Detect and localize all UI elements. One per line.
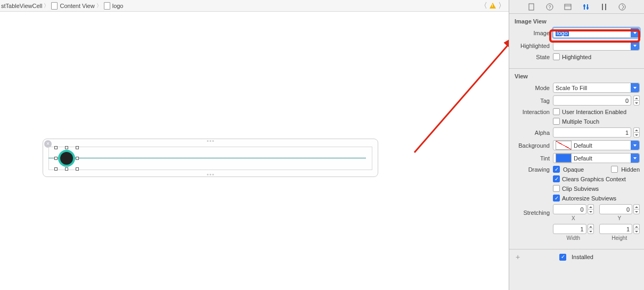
image-combobox[interactable]: logo <box>553 28 640 38</box>
stretch-width-sublabel: Width <box>566 235 580 241</box>
selected-image-view[interactable] <box>56 148 77 169</box>
inspector-panel: ? Image View Image logo Highlighted <box>509 0 644 290</box>
mode-combobox[interactable]: Scale To Fill <box>553 83 640 93</box>
stretching-label: Stretching <box>513 210 553 216</box>
resize-handle[interactable] <box>76 167 79 171</box>
opaque-label: Opaque <box>563 166 584 173</box>
forward-button[interactable]: 〉 <box>498 1 506 11</box>
resize-handle[interactable] <box>76 146 79 149</box>
stretch-y-sublabel: Y <box>617 215 621 221</box>
state-label: State <box>513 54 553 60</box>
chevron-down-icon[interactable] <box>631 41 639 50</box>
section-title: Image View <box>513 16 640 28</box>
installed-label: Installed <box>572 254 593 260</box>
svg-point-12 <box>619 4 625 10</box>
installed-checkbox[interactable] <box>559 254 566 261</box>
content-view-icon <box>51 2 58 10</box>
stretch-height-field[interactable]: 1 <box>599 224 633 234</box>
stretch-height-sublabel: Height <box>612 235 627 241</box>
content-view[interactable] <box>48 147 372 170</box>
warning-icon[interactable] <box>490 3 496 9</box>
stretch-y-field[interactable]: 0 <box>599 204 633 214</box>
state-highlighted-checkbox[interactable] <box>553 53 560 60</box>
resize-handle[interactable] <box>54 167 58 171</box>
user-interaction-label: User Interaction Enabled <box>562 109 626 115</box>
chevron-down-icon[interactable] <box>631 141 639 150</box>
tag-label: Tag <box>513 98 553 104</box>
svg-point-8 <box>583 5 585 7</box>
state-highlighted-label: Highlighted <box>562 54 591 60</box>
breadcrumb[interactable]: stTableViewCell 〉 Content View 〉 logo <box>0 2 123 10</box>
chevron-down-icon[interactable] <box>631 83 639 92</box>
autoresize-checkbox[interactable] <box>553 195 560 202</box>
stretch-width-stepper[interactable] <box>588 224 594 234</box>
table-view-cell[interactable]: × <box>43 139 378 177</box>
section-title: View <box>513 71 640 83</box>
resize-grip-top[interactable] <box>207 140 214 142</box>
tag-field[interactable]: 0 <box>553 95 631 106</box>
resize-handle[interactable] <box>65 167 68 171</box>
chevron-down-icon[interactable] <box>631 154 639 163</box>
tag-stepper[interactable] <box>633 95 640 106</box>
tint-label: Tint <box>513 155 553 162</box>
resize-grip-bottom[interactable] <box>207 174 214 175</box>
resize-handle[interactable] <box>54 146 58 149</box>
background-label: Background <box>513 142 553 149</box>
multiple-touch-label: Multiple Touch <box>562 118 599 125</box>
user-interaction-checkbox[interactable] <box>553 108 560 115</box>
resize-handle[interactable] <box>76 157 79 160</box>
clip-subviews-checkbox[interactable] <box>553 185 560 192</box>
interaction-label: Interaction <box>513 109 553 115</box>
mode-label: Mode <box>513 85 553 91</box>
breadcrumb-item[interactable]: Content View <box>60 3 94 9</box>
file-inspector-tab[interactable] <box>527 3 536 11</box>
installed-row: + Installed <box>509 249 644 264</box>
size-inspector-tab[interactable] <box>600 3 608 11</box>
svg-rect-10 <box>602 4 603 10</box>
svg-rect-1 <box>529 4 534 10</box>
opaque-checkbox[interactable] <box>553 166 560 173</box>
image-view-icon <box>103 2 111 10</box>
breadcrumb-item[interactable]: stTableViewCell <box>1 3 42 9</box>
multiple-touch-checkbox[interactable] <box>553 118 560 125</box>
hidden-label: Hidden <box>621 166 640 173</box>
quick-help-tab[interactable]: ? <box>545 3 554 11</box>
stretch-x-stepper[interactable] <box>588 204 594 214</box>
view-section: View Mode Scale To Fill Tag 0 Interactio… <box>509 69 644 249</box>
background-combobox[interactable]: Default <box>553 140 640 150</box>
stretch-x-field[interactable]: 0 <box>553 204 586 214</box>
chevron-down-icon[interactable] <box>631 28 639 37</box>
color-swatch[interactable] <box>556 154 572 163</box>
image-view-section: Image View Image logo Highlighted State <box>509 14 644 69</box>
stretch-height-stepper[interactable] <box>633 224 640 234</box>
color-swatch[interactable] <box>556 141 572 150</box>
chevron-right-icon: 〉 <box>44 2 49 10</box>
resize-handle[interactable] <box>65 146 68 149</box>
add-variation-button[interactable]: + <box>513 253 522 261</box>
connections-inspector-tab[interactable] <box>618 3 626 11</box>
clears-graphics-checkbox[interactable] <box>553 175 560 182</box>
clip-subviews-label: Clip Subviews <box>562 186 599 192</box>
attributes-inspector-tab[interactable] <box>582 3 590 11</box>
highlighted-combobox[interactable] <box>553 41 640 51</box>
resize-handle[interactable] <box>54 157 58 160</box>
highlighted-label: Highlighted <box>513 43 553 49</box>
alpha-field[interactable]: 1 <box>553 127 631 138</box>
drawing-label: Drawing <box>513 166 553 173</box>
svg-rect-4 <box>565 4 571 10</box>
svg-point-9 <box>586 7 589 9</box>
svg-text:?: ? <box>548 4 551 10</box>
alpha-stepper[interactable] <box>633 127 640 138</box>
chevron-right-icon: 〉 <box>96 2 102 10</box>
ib-canvas[interactable]: × <box>0 12 509 290</box>
layout-guide <box>48 158 366 158</box>
stretch-width-field[interactable]: 1 <box>553 224 586 234</box>
image-label: Image <box>513 30 553 36</box>
identity-inspector-tab[interactable] <box>564 3 572 11</box>
back-button[interactable]: 〈 <box>480 1 487 11</box>
stretch-y-stepper[interactable] <box>633 204 640 214</box>
stretch-x-sublabel: X <box>572 215 575 221</box>
hidden-checkbox[interactable] <box>611 166 618 173</box>
breadcrumb-item[interactable]: logo <box>112 3 124 9</box>
tint-combobox[interactable]: Default <box>553 153 640 163</box>
